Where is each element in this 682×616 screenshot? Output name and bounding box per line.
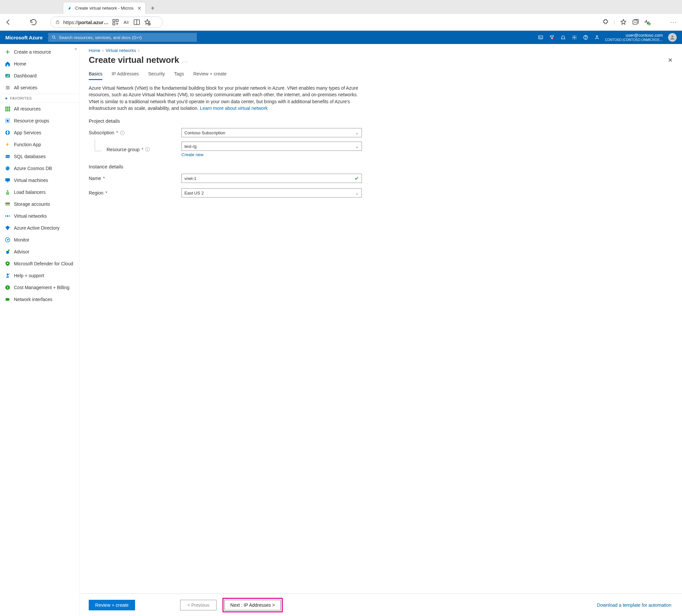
azure-header: Microsoft Azure Search resources, servic… [0,31,682,44]
tab-ip-addresses[interactable]: IP Addresses [112,71,139,80]
svg-rect-0 [56,22,59,24]
azure-search[interactable]: Search resources, services, and docs (G+… [48,33,197,42]
directory-filter-icon[interactable] [549,35,554,40]
region-value: East US 2 [184,191,204,195]
sidebar-item-cost-mgmt[interactable]: $ Cost Management + Billing [0,282,79,293]
site-info-icon[interactable] [55,20,60,24]
url-text: https://portal.azur… [63,20,109,25]
svg-text:?: ? [8,273,10,275]
required-icon: * [116,130,118,135]
more-commands-icon[interactable]: ··· [182,59,188,64]
tab-review-create[interactable]: Review + create [194,71,227,80]
previous-button[interactable]: < Previous [180,600,217,610]
address-bar[interactable]: https://portal.azur… A)) [50,17,163,28]
sidebar-item-virtual-networks[interactable]: Virtual networks [0,210,79,222]
region-select[interactable]: East US 2 ⌄ [181,188,362,197]
sidebar-item-virtual-machines[interactable]: Virtual machines [0,174,79,186]
svg-rect-26 [9,106,10,108]
breadcrumb-home[interactable]: Home [89,48,100,53]
sidebar-item-advisor[interactable]: Advisor [0,246,79,258]
list-icon [5,85,10,91]
tab-close-icon[interactable]: ✕ [137,6,141,11]
svg-rect-57 [9,300,10,300]
back-button[interactable] [5,19,12,26]
sidebar-item-cosmos-db[interactable]: Azure Cosmos DB [0,162,79,174]
subscription-select[interactable]: Contoso Subscription ⌄ [181,128,362,137]
resource-group-select[interactable]: test-rg ⌄ [181,142,362,151]
info-icon[interactable]: i [120,131,124,135]
svg-point-12 [552,38,554,39]
settings-icon[interactable] [572,35,577,40]
performance-icon[interactable] [643,19,651,26]
info-icon[interactable]: i [145,147,150,151]
svg-rect-34 [7,120,8,122]
subscription-value: Contoso Subscription [184,131,225,135]
app-launcher-icon[interactable] [112,19,119,26]
svg-rect-11 [539,36,543,39]
sidebar-dashboard[interactable]: Dashboard [0,70,79,82]
svg-rect-31 [7,110,8,112]
collections-icon[interactable] [632,19,639,26]
user-info[interactable]: user@contoso.com CONTOSO (CONTOSO.ONMICR… [605,33,663,42]
tab-basics[interactable]: Basics [89,71,102,80]
sidebar-all-services[interactable]: All services [0,82,79,94]
cloud-shell-icon[interactable] [538,35,543,40]
sidebar-item-help-support[interactable]: ? Help + support [0,269,79,282]
read-aloud-icon[interactable]: A)) [122,19,130,26]
sidebar-home[interactable]: Home [0,58,79,70]
notifications-icon[interactable] [561,35,566,40]
learn-more-link[interactable]: Learn more about virtual network [200,105,268,111]
refresh-button[interactable] [30,19,37,26]
resource-group-icon [5,118,10,124]
svg-point-49 [8,250,10,251]
storage-icon [5,201,10,207]
nic-icon [5,297,10,302]
favorites-icon[interactable] [620,19,627,26]
download-template-link[interactable]: Download a template for automation [597,602,673,608]
browser-chrome: Create virtual network - Micros ✕ + http… [0,0,682,31]
name-input[interactable]: vnet-1 [181,174,362,183]
new-tab-button[interactable]: + [147,3,158,14]
svg-rect-25 [7,106,8,108]
star-icon: ★ [5,96,8,100]
sidebar-item-defender[interactable]: Microsoft Defender for Cloud [0,258,79,269]
sidebar-item-function-app[interactable]: Function App [0,139,79,150]
sql-icon: SQL [5,153,10,160]
help-icon[interactable] [583,35,588,40]
sidebar-item-nic[interactable]: Network interfaces [0,293,79,305]
required-icon: * [105,190,107,195]
sidebar-item-storage-accounts[interactable]: Storage accounts [0,198,79,210]
create-new-rg-link[interactable]: Create new [181,152,203,157]
tab-security[interactable]: Security [148,71,165,80]
sidebar-item-load-balancers[interactable]: Load balancers [0,186,79,198]
sidebar-item-aad[interactable]: Azure Active Directory [0,222,79,234]
collapse-sidebar-icon[interactable]: « [74,46,77,51]
app-services-icon [5,130,10,136]
add-favorite-icon[interactable] [144,19,151,26]
svg-point-46 [7,216,8,217]
svg-rect-28 [7,109,8,110]
sidebar-item-app-services[interactable]: App Services [0,127,79,139]
sidebar-item-resource-groups[interactable]: Resource groups [0,115,79,127]
review-create-button[interactable]: Review + create [89,600,135,610]
extensions-icon[interactable] [602,19,609,26]
sidebar-create-resource[interactable]: Create a resource [0,46,79,58]
svg-rect-32 [9,110,10,112]
sidebar-item-monitor[interactable]: Monitor [0,234,79,246]
intro-text: Azure Virtual Network (VNet) is the fund… [89,85,364,112]
user-avatar[interactable] [668,33,677,42]
split-screen-icon[interactable] [133,19,140,26]
sidebar-item-all-resources[interactable]: All resources [0,103,79,115]
browser-tab[interactable]: Create virtual network - Micros ✕ [63,2,146,14]
more-icon[interactable]: ··· [670,19,677,26]
close-blade-icon[interactable]: ✕ [668,56,673,64]
next-button[interactable]: Next : IP Addresses > [225,600,281,610]
breadcrumb-vnets[interactable]: Virtual networks [106,48,136,53]
sidebar-item-sql-databases[interactable]: SQL SQL databases [0,150,79,162]
feedback-icon[interactable] [594,35,599,40]
tab-tags[interactable]: Tags [174,71,184,80]
azure-brand[interactable]: Microsoft Azure [5,35,43,40]
main-area: Home › Virtual networks › Create virtual… [79,44,682,616]
defender-icon [5,261,10,267]
svg-rect-3 [113,23,115,25]
